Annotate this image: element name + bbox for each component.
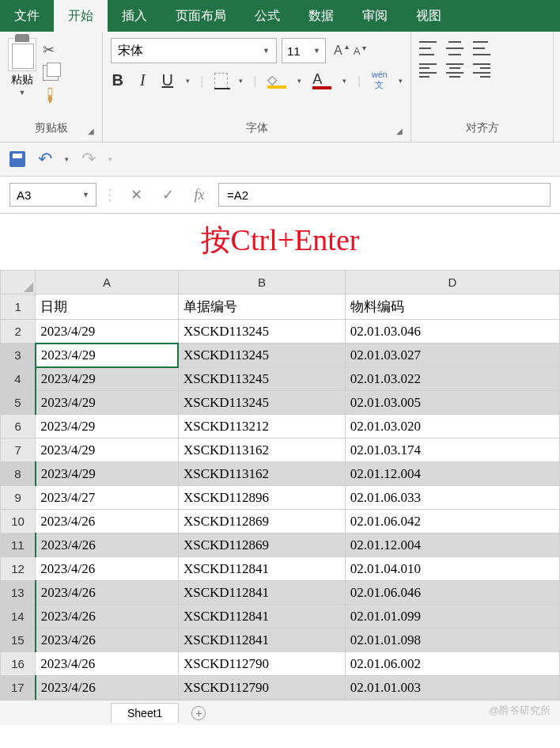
cell[interactable]: 02.01.12.004 bbox=[345, 533, 559, 557]
redo-button[interactable]: ↷ bbox=[81, 149, 96, 169]
align-center-button[interactable] bbox=[446, 63, 464, 78]
cell[interactable]: 2023/4/27 bbox=[36, 486, 179, 510]
increase-font-button[interactable]: A▴ bbox=[331, 44, 346, 58]
cell[interactable]: 日期 bbox=[36, 294, 179, 320]
font-name-dropdown[interactable]: 宋体 ▼ bbox=[111, 38, 277, 63]
align-left-button[interactable] bbox=[419, 63, 437, 78]
undo-button[interactable]: ↶ bbox=[38, 149, 52, 169]
cell[interactable]: 2023/4/29 bbox=[36, 462, 179, 486]
menu-view[interactable]: 视图 bbox=[402, 0, 456, 32]
row-header[interactable]: 12 bbox=[1, 557, 36, 581]
accept-formula-button[interactable]: ✓ bbox=[155, 186, 180, 203]
cell[interactable]: 02.01.04.010 bbox=[345, 557, 559, 581]
row-header[interactable]: 1 bbox=[1, 294, 36, 320]
menu-home[interactable]: 开始 bbox=[54, 0, 108, 32]
bold-button[interactable]: B bbox=[111, 71, 125, 89]
row-header[interactable]: 8 bbox=[1, 462, 36, 486]
format-painter-icon[interactable]: 🖌 bbox=[40, 84, 62, 107]
row-header[interactable]: 3 bbox=[1, 344, 36, 367]
cell[interactable]: XSCKD112790 bbox=[178, 652, 345, 676]
font-color-button[interactable]: A bbox=[312, 71, 331, 89]
row-header[interactable]: 5 bbox=[1, 391, 36, 415]
cell[interactable]: XSCKD112841 bbox=[178, 628, 345, 652]
formula-input[interactable]: =A2 bbox=[218, 183, 551, 207]
cell[interactable]: 02.01.06.042 bbox=[345, 510, 559, 533]
column-header-D[interactable]: D bbox=[345, 271, 559, 294]
row-header[interactable]: 7 bbox=[1, 439, 36, 462]
chevron-down-icon[interactable]: ▾ bbox=[342, 77, 346, 85]
chevron-down-icon[interactable]: ▾ bbox=[297, 77, 301, 85]
cell[interactable]: XSCKD113245 bbox=[178, 367, 345, 391]
row-header[interactable]: 9 bbox=[1, 486, 36, 510]
menu-layout[interactable]: 页面布局 bbox=[161, 0, 240, 32]
row-header[interactable]: 4 bbox=[1, 367, 36, 391]
cell[interactable]: 02.01.06.046 bbox=[345, 581, 559, 605]
decrease-font-button[interactable]: A▾ bbox=[350, 45, 364, 57]
cell[interactable]: 2023/4/26 bbox=[36, 557, 179, 581]
cell[interactable]: 02.01.03.022 bbox=[345, 367, 559, 391]
row-header[interactable]: 11 bbox=[1, 533, 36, 557]
cell[interactable]: 02.01.03.027 bbox=[345, 344, 559, 367]
cell[interactable]: 2023/4/26 bbox=[36, 652, 179, 676]
cell[interactable]: XSCKD113245 bbox=[178, 344, 345, 367]
row-header[interactable]: 6 bbox=[1, 415, 36, 439]
cell[interactable]: XSCKD112896 bbox=[178, 486, 345, 510]
cell[interactable]: 物料编码 bbox=[345, 294, 559, 320]
cell[interactable]: 02.01.01.099 bbox=[345, 605, 559, 628]
chevron-down-icon[interactable]: ▾ bbox=[186, 77, 190, 85]
cell[interactable]: XSCKD112869 bbox=[178, 510, 345, 533]
column-header-A[interactable]: A bbox=[36, 271, 179, 294]
cell[interactable]: 02.01.03.005 bbox=[345, 391, 559, 415]
cell[interactable]: XSCKD113162 bbox=[178, 439, 345, 462]
name-box[interactable]: A3 ▼ bbox=[9, 183, 96, 207]
cell[interactable]: 02.01.03.046 bbox=[345, 320, 559, 344]
cell[interactable]: 2023/4/29 bbox=[36, 391, 179, 415]
cell[interactable]: 2023/4/26 bbox=[36, 533, 179, 557]
menu-file[interactable]: 文件 bbox=[0, 0, 54, 32]
menu-insert[interactable]: 插入 bbox=[108, 0, 161, 32]
column-header-B[interactable]: B bbox=[178, 271, 345, 294]
border-button[interactable] bbox=[214, 73, 227, 89]
paste-button[interactable]: 粘贴 ▼ bbox=[8, 38, 36, 104]
sheet-tab[interactable]: Sheet1 bbox=[111, 703, 179, 723]
chevron-down-icon[interactable]: ▾ bbox=[108, 155, 112, 163]
menu-data[interactable]: 数据 bbox=[294, 0, 348, 32]
row-header[interactable]: 14 bbox=[1, 605, 36, 628]
cell[interactable]: 02.01.06.002 bbox=[345, 652, 559, 676]
cell[interactable]: 单据编号 bbox=[178, 294, 345, 320]
cell[interactable]: 02.01.12.004 bbox=[345, 462, 559, 486]
cell[interactable]: 2023/4/29 bbox=[36, 415, 179, 439]
cell[interactable]: 02.01.01.098 bbox=[345, 628, 559, 652]
spreadsheet-grid[interactable]: A B D 1 日期 单据编号 物料编码 2 2023/4/29 XSCKD11… bbox=[0, 270, 560, 700]
chevron-down-icon[interactable]: ▾ bbox=[399, 77, 403, 85]
cell[interactable]: XSCKD113162 bbox=[178, 462, 345, 486]
chevron-down-icon[interactable]: ▾ bbox=[239, 77, 243, 85]
cell[interactable]: XSCKD112790 bbox=[178, 676, 345, 700]
menu-formula[interactable]: 公式 bbox=[240, 0, 294, 32]
row-header[interactable]: 15 bbox=[1, 628, 36, 652]
align-right-button[interactable] bbox=[473, 63, 490, 78]
cell[interactable]: XSCKD112841 bbox=[178, 557, 345, 581]
cell[interactable]: 02.01.03.174 bbox=[345, 439, 559, 462]
row-header[interactable]: 17 bbox=[1, 676, 36, 700]
align-top-button[interactable] bbox=[419, 41, 437, 55]
cell[interactable]: XSCKD113212 bbox=[178, 415, 345, 439]
select-all-corner[interactable] bbox=[1, 271, 36, 294]
cell[interactable]: 2023/4/29 bbox=[36, 439, 179, 462]
cell[interactable]: XSCKD113245 bbox=[178, 391, 345, 415]
cell[interactable]: 2023/4/29 bbox=[36, 367, 179, 391]
cell[interactable]: XSCKD113245 bbox=[178, 320, 345, 344]
cell[interactable]: 2023/4/26 bbox=[36, 676, 179, 700]
cell[interactable]: 2023/4/26 bbox=[36, 605, 179, 628]
dialog-launcher-icon[interactable]: ◢ bbox=[88, 127, 94, 135]
dialog-launcher-icon[interactable]: ◢ bbox=[396, 127, 403, 135]
menu-review[interactable]: 审阅 bbox=[348, 0, 402, 32]
cell[interactable]: 02.01.01.003 bbox=[345, 676, 559, 700]
align-middle-button[interactable] bbox=[446, 41, 464, 55]
italic-button[interactable]: I bbox=[136, 71, 150, 89]
row-header[interactable]: 16 bbox=[1, 652, 36, 676]
align-bottom-button[interactable] bbox=[473, 41, 490, 55]
row-header[interactable]: 10 bbox=[1, 510, 36, 533]
add-sheet-button[interactable]: + bbox=[191, 706, 206, 720]
cell[interactable]: XSCKD112841 bbox=[178, 605, 345, 628]
